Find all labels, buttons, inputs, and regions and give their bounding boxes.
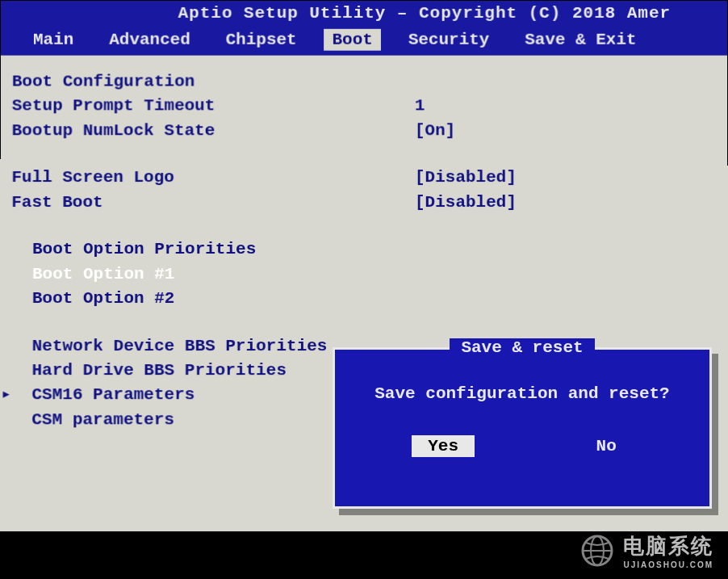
full-screen-logo-label: Full Screen Logo xyxy=(11,166,415,190)
watermark-brand: 电脑系统 xyxy=(623,534,713,558)
section-boot-config: Boot Configuration xyxy=(12,70,719,94)
dialog-message: Save configuration and reset? xyxy=(335,368,709,427)
full-screen-logo-value: [Disabled] xyxy=(415,166,517,190)
setup-prompt-timeout-row[interactable]: Setup Prompt Timeout 1 xyxy=(12,94,720,119)
section-boot-priorities: Boot Option Priorities xyxy=(11,237,720,262)
tab-main[interactable]: Main xyxy=(25,29,82,51)
dialog-no-button[interactable]: No xyxy=(580,435,633,457)
numlock-value: [On] xyxy=(415,119,455,143)
watermark-url: UJIAOSHOU.COM xyxy=(623,560,713,569)
tab-advanced[interactable]: Advanced xyxy=(101,29,199,51)
numlock-row[interactable]: Bootup NumLock State [On] xyxy=(12,119,720,143)
boot-option-2-row[interactable]: Boot Option #2 xyxy=(11,287,720,311)
boot-option-1-label: Boot Option #1 xyxy=(32,262,436,287)
bios-title: Aptio Setup Utility – Copyright (C) 2018… xyxy=(9,4,671,23)
tab-boot[interactable]: Boot xyxy=(324,29,381,51)
fast-boot-value: [Disabled] xyxy=(415,191,517,215)
setup-prompt-timeout-label: Setup Prompt Timeout xyxy=(12,94,415,119)
full-screen-logo-row[interactable]: Full Screen Logo [Disabled] xyxy=(11,166,719,190)
tab-save-exit[interactable]: Save & Exit xyxy=(517,29,644,51)
dialog-title: Save & reset xyxy=(450,338,594,357)
fast-boot-row[interactable]: Fast Boot [Disabled] xyxy=(11,191,720,215)
bios-tabs: Main Advanced Chipset Boot Security Save… xyxy=(1,24,727,56)
watermark: 电脑系统 UJIAOSHOU.COM xyxy=(579,532,713,569)
boot-option-2-label: Boot Option #2 xyxy=(32,287,436,311)
setup-prompt-timeout-value: 1 xyxy=(415,94,425,119)
dialog-yes-button[interactable]: Yes xyxy=(412,435,475,457)
save-reset-dialog: Save & reset Save configuration and rese… xyxy=(333,347,712,509)
bios-title-bar: Aptio Setup Utility – Copyright (C) 2018… xyxy=(1,1,727,24)
tab-chipset[interactable]: Chipset xyxy=(218,29,305,51)
boot-option-1-row[interactable]: Boot Option #1 xyxy=(11,262,720,287)
fast-boot-label: Fast Boot xyxy=(11,191,415,215)
tab-security[interactable]: Security xyxy=(400,29,498,51)
numlock-label: Bootup NumLock State xyxy=(12,119,415,143)
globe-icon xyxy=(579,533,615,569)
